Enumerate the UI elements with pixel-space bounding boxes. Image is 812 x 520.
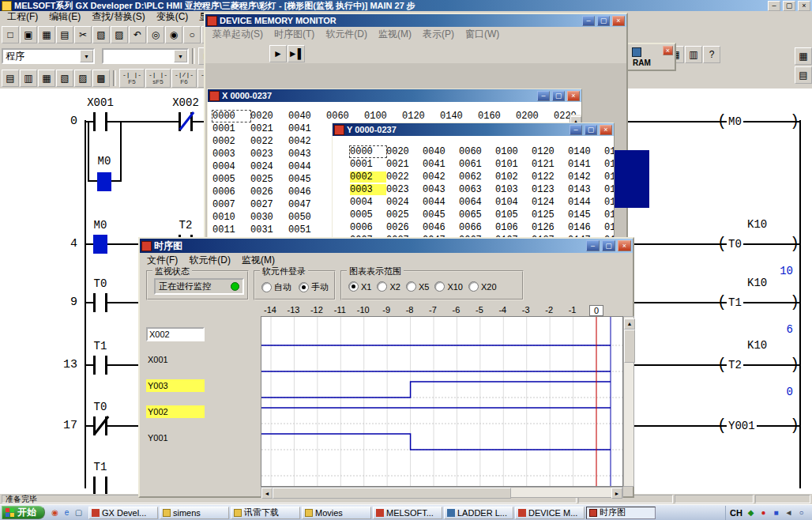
tray-blue-icon[interactable]: ■ — [771, 507, 781, 518]
contact-T0[interactable] — [93, 293, 107, 312]
menu-item[interactable]: 时序图(T) — [269, 27, 320, 42]
task-button[interactable]: simens — [160, 507, 229, 519]
device-number-cell[interactable]: 0145 — [568, 209, 604, 220]
task-button[interactable]: Movies — [302, 507, 371, 519]
device-number-cell[interactable]: 0121 — [532, 159, 568, 170]
close-button[interactable]: × — [612, 16, 625, 26]
signal-name-X001[interactable]: X001 — [146, 353, 205, 366]
copy-icon[interactable]: ▧ — [92, 26, 110, 43]
y-device-grid-area[interactable]: 0000002000400060010001200140016000010021… — [333, 136, 614, 240]
device-number-cell[interactable]: 0120 — [402, 111, 440, 122]
menu-item[interactable]: 监视(M) — [373, 27, 417, 42]
close-button[interactable]: × — [567, 91, 580, 101]
coil-T2[interactable]: ( T2 ) — [717, 356, 799, 375]
device-number-cell[interactable]: 0042 — [423, 171, 459, 183]
minimize-button[interactable]: – — [768, 1, 780, 11]
device-number-cell[interactable]: 0064 — [459, 197, 495, 208]
print-icon[interactable]: ▤ — [56, 26, 73, 43]
device-number-cell[interactable]: 0063 — [459, 184, 495, 195]
cut-icon[interactable]: ✂ — [74, 26, 92, 43]
device-number-cell[interactable]: 0126 — [532, 222, 568, 233]
start-button[interactable]: 开始 — [2, 506, 45, 519]
find-icon[interactable]: ◎ — [147, 26, 164, 43]
monitor-start-icon[interactable]: ► — [269, 45, 287, 62]
device-number-cell[interactable]: 0023 — [386, 184, 423, 195]
device-number-cell[interactable]: 0122 — [532, 171, 568, 183]
device-number-cell[interactable]: 0041 — [423, 159, 459, 170]
device-number-cell[interactable]: 0011 — [212, 224, 250, 236]
open-icon[interactable]: ▣ — [20, 26, 37, 43]
device-number-cell[interactable]: 0004 — [350, 197, 386, 208]
device-number-cell[interactable]: 0200 — [516, 111, 554, 122]
device-number-cell[interactable]: 0047 — [288, 199, 326, 210]
new-icon[interactable]: □ — [2, 26, 19, 43]
contact-X002[interactable] — [179, 112, 193, 131]
tile-windows-icon[interactable]: ▥ — [685, 46, 702, 63]
device-number-cell[interactable]: 0022 — [250, 136, 288, 147]
minimize-button[interactable]: – — [537, 91, 550, 101]
device-number-cell[interactable]: 0105 — [495, 209, 532, 220]
signal-name-Y003[interactable]: Y003 — [146, 379, 205, 392]
device-number-cell[interactable]: 0000 — [212, 111, 250, 122]
maximize-button[interactable]: ▢ — [597, 16, 610, 26]
device-number-cell[interactable]: 0106 — [495, 222, 532, 233]
device-number-cell[interactable]: 0030 — [250, 212, 288, 223]
language-indicator[interactable]: CH — [730, 508, 742, 518]
scroll-left-icon[interactable]: ◄ — [261, 488, 273, 499]
device-number-cell[interactable]: 0001 — [350, 159, 386, 170]
device-number-cell[interactable]: 0101 — [495, 159, 532, 170]
device-number-cell[interactable]: 0010 — [212, 212, 250, 223]
minimize-button[interactable]: – — [586, 240, 600, 251]
open-contact-button[interactable]: -| |- F5 — [119, 69, 145, 88]
device-number-cell[interactable]: 0120 — [532, 146, 568, 157]
device-number-cell[interactable]: 0040 — [288, 111, 326, 122]
scrollbar-thumb[interactable] — [273, 488, 511, 499]
parameter-icon[interactable]: ▧ — [56, 70, 73, 87]
radio-manual[interactable]: 手动 — [299, 281, 329, 293]
device-number-cell[interactable]: 0021 — [386, 159, 423, 170]
scrollbar-thumb[interactable] — [624, 330, 635, 363]
help-icon[interactable]: ? — [703, 46, 720, 63]
task-button[interactable]: GX Devel... — [88, 507, 158, 519]
device-number-cell[interactable]: 0043 — [288, 149, 326, 160]
device-number-cell[interactable]: 0164 — [604, 197, 614, 208]
device-number-cell[interactable]: 0042 — [288, 136, 326, 147]
task-button[interactable]: LADDER L... — [444, 507, 513, 519]
device-number-cell[interactable]: 0043 — [423, 184, 459, 195]
tray-red-icon[interactable]: ● — [758, 507, 769, 518]
find-step-icon[interactable]: ○ — [183, 26, 201, 43]
device-number-cell[interactable]: 0060 — [326, 111, 364, 122]
instruction-list-icon[interactable]: ▥ — [20, 70, 37, 87]
radio-x2[interactable]: X2 — [377, 281, 400, 292]
device-number-cell[interactable]: 0066 — [459, 222, 495, 233]
device-number-cell[interactable]: 0160 — [604, 146, 614, 157]
device-number-cell[interactable]: 0031 — [250, 224, 288, 236]
minimize-button[interactable]: – — [582, 16, 595, 26]
close-button[interactable]: × — [600, 125, 612, 135]
program-window-icon[interactable]: ▩ — [92, 70, 110, 87]
device-number-cell[interactable]: 0023 — [250, 149, 288, 160]
device-number-cell[interactable]: 0006 — [212, 187, 250, 198]
device-number-cell[interactable]: 0061 — [459, 159, 495, 170]
device-number-cell[interactable]: 0004 — [212, 161, 250, 172]
maximize-button[interactable]: ▢ — [585, 125, 597, 135]
radio-x10[interactable]: X10 — [434, 281, 463, 292]
device-number-cell[interactable]: 0045 — [288, 174, 326, 185]
menu-item[interactable]: 窗口(W) — [460, 27, 505, 42]
device-number-cell[interactable]: 0060 — [459, 146, 495, 157]
undo-icon[interactable]: ↶ — [129, 26, 146, 43]
device-number-cell[interactable]: 0065 — [459, 209, 495, 220]
device-number-cell[interactable]: 0000 — [350, 146, 386, 157]
close-button[interactable]: × — [618, 240, 631, 251]
device-number-cell[interactable]: 0125 — [532, 209, 568, 220]
device-number-cell[interactable]: 0165 — [604, 209, 614, 220]
contact-T1[interactable] — [93, 477, 107, 494]
signal-name-Y002[interactable]: Y002 — [146, 405, 205, 418]
radio-x20[interactable]: X20 — [468, 281, 497, 292]
menu-item[interactable]: 软元件(D) — [320, 27, 373, 42]
contact-X001[interactable] — [93, 112, 107, 131]
dock-list-icon[interactable]: ▤ — [795, 66, 812, 84]
chart-horizontal-scrollbar[interactable]: ◄ ► — [261, 487, 623, 498]
close-icon[interactable]: × — [663, 46, 673, 55]
device-number-cell[interactable]: 0123 — [532, 184, 568, 195]
